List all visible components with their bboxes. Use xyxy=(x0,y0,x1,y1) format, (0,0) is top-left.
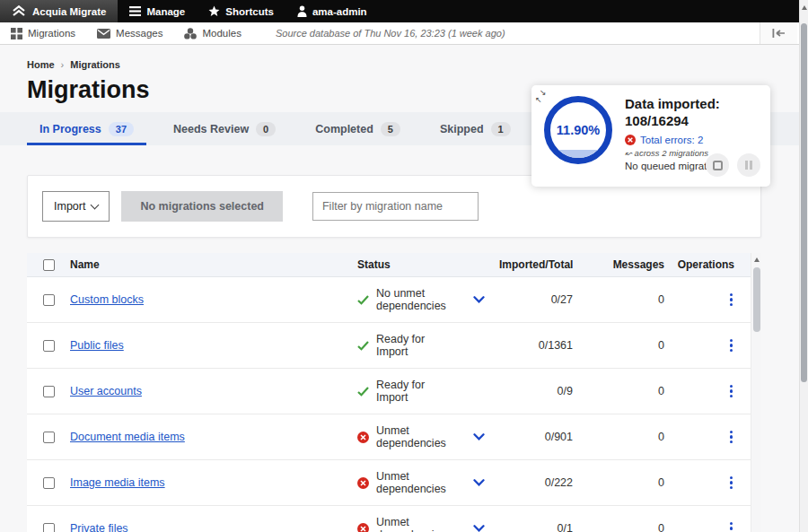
grid-icon xyxy=(11,28,22,39)
scrollbar-thumb[interactable] xyxy=(753,267,760,332)
stop-import-button[interactable] xyxy=(706,153,729,177)
tab-needs-review[interactable]: Needs Review 0 xyxy=(161,112,288,145)
scrollbar-thumb[interactable] xyxy=(801,23,807,382)
migration-filter-input[interactable] xyxy=(312,192,479,221)
tab-label: Completed xyxy=(315,123,373,135)
chevron-down-icon xyxy=(91,200,100,209)
row-checkbox[interactable] xyxy=(43,386,55,397)
tab-in-progress[interactable]: In Progress 37 xyxy=(27,112,146,145)
tab-count-badge: 1 xyxy=(491,122,511,136)
messages-label: Messages xyxy=(116,28,162,39)
toolbar-item-messages[interactable]: Messages xyxy=(86,28,173,39)
messages-count: 0 xyxy=(580,431,672,443)
tab-completed[interactable]: Completed 5 xyxy=(303,112,413,145)
expand-status-button[interactable] xyxy=(458,525,499,532)
expand-status-button[interactable] xyxy=(458,479,499,486)
migration-link[interactable]: Document media items xyxy=(70,431,185,443)
table-row: Image media items Unmet dependencies 0/2… xyxy=(27,460,751,506)
row-checkbox[interactable] xyxy=(43,294,55,306)
row-checkbox[interactable] xyxy=(43,432,55,443)
messages-count: 0 xyxy=(580,339,672,352)
select-all-checkbox[interactable] xyxy=(43,259,55,271)
star-icon xyxy=(208,5,220,17)
table-header-row: Name Status Imported/Total Messages Oper… xyxy=(27,253,751,277)
table-scrollbar[interactable] xyxy=(751,253,761,532)
row-checkbox[interactable] xyxy=(43,340,55,352)
migration-link[interactable]: Image media items xyxy=(70,476,165,489)
toolbar-item-migrations[interactable]: Migrations xyxy=(0,28,86,39)
chevron-down-icon xyxy=(473,433,485,440)
data-imported-heading: Data imported: 108/16294 xyxy=(625,96,726,130)
messages-count: 0 xyxy=(580,476,672,489)
status-label: Unmet dependencies xyxy=(376,424,458,449)
error-icon xyxy=(357,523,369,532)
progress-percent: 11.90% xyxy=(557,123,600,137)
check-icon xyxy=(357,295,369,305)
table-row: Document media items Unmet dependencies … xyxy=(27,414,751,460)
user-icon xyxy=(297,5,307,17)
imported-total-value: 0/1 xyxy=(499,522,580,532)
row-checkbox[interactable] xyxy=(43,523,55,532)
topbar-item-user[interactable]: ama-admin xyxy=(285,0,379,22)
column-header-messages: Messages xyxy=(580,258,672,271)
migrations-table: Name Status Imported/Total Messages Oper… xyxy=(27,253,761,532)
column-header-status: Status xyxy=(357,258,458,271)
total-errors-link[interactable]: Total errors: 2 xyxy=(625,135,726,145)
status-label: Unmet dependencies xyxy=(376,470,458,495)
stop-icon xyxy=(713,161,723,170)
operations-kebab-button[interactable] xyxy=(728,383,735,400)
breadcrumb: Home › Migrations xyxy=(0,45,799,70)
topbar-item-manage[interactable]: Manage xyxy=(118,0,197,22)
collapse-card-icon[interactable]: ↘ ↖ xyxy=(534,87,549,103)
imported-total-value: 0/1361 xyxy=(499,339,580,352)
table-row: Public files Ready for Import 0/1361 0 xyxy=(27,323,751,369)
operations-kebab-button[interactable] xyxy=(728,429,735,446)
check-icon xyxy=(357,341,369,351)
imported-total-value: 0/9 xyxy=(499,385,580,397)
migration-link[interactable]: Public files xyxy=(70,339,124,352)
table-row: Custom blocks No unmet dependencies 0/27… xyxy=(27,277,751,323)
operations-kebab-button[interactable] xyxy=(728,520,735,532)
imported-total-value: 0/222 xyxy=(499,476,580,489)
operations-kebab-button[interactable] xyxy=(728,337,735,354)
messages-count: 0 xyxy=(580,385,672,397)
progress-ring: 11.90% xyxy=(544,96,612,164)
toolbar-item-modules[interactable]: Modules xyxy=(173,28,251,39)
page-scrollbar[interactable] xyxy=(799,0,808,532)
tab-count-badge: 5 xyxy=(381,122,400,136)
brand-label: Acquia Migrate xyxy=(32,6,106,17)
scroll-up-arrow-icon[interactable] xyxy=(802,5,807,10)
shortcuts-label: Shortcuts xyxy=(225,6,274,17)
breadcrumb-home-link[interactable]: Home xyxy=(27,59,55,70)
collapse-toolbar-button[interactable] xyxy=(760,22,797,44)
breadcrumb-separator: › xyxy=(61,59,65,70)
migration-link[interactable]: User accounts xyxy=(70,385,142,397)
scroll-up-arrow-icon[interactable] xyxy=(754,257,760,262)
migration-link[interactable]: Custom blocks xyxy=(70,293,144,306)
pause-import-button[interactable] xyxy=(737,153,760,177)
modules-label: Modules xyxy=(202,28,241,39)
expand-status-button[interactable] xyxy=(458,433,499,440)
row-checkbox[interactable] xyxy=(43,477,55,489)
modules-icon xyxy=(184,28,197,39)
tab-label: Needs Review xyxy=(173,123,249,135)
operations-kebab-button[interactable] xyxy=(728,292,735,309)
operations-kebab-button[interactable] xyxy=(728,475,735,492)
import-dropdown-button[interactable]: Import xyxy=(42,191,110,222)
no-migrations-selected-button: No migrations selected xyxy=(121,191,283,222)
tab-skipped[interactable]: Skipped 1 xyxy=(427,112,523,145)
module-toolbar: Migrations Messages Modules Source datab… xyxy=(0,22,799,45)
hamburger-icon xyxy=(129,6,141,16)
expand-status-button[interactable] xyxy=(458,296,499,303)
acquia-migrate-brand[interactable]: Acquia Migrate xyxy=(0,0,118,22)
tab-label: Skipped xyxy=(440,123,484,135)
topbar-item-shortcuts[interactable]: Shortcuts xyxy=(197,0,285,22)
acquia-logo-icon xyxy=(12,5,26,17)
tab-label: In Progress xyxy=(40,123,101,135)
data-imported-count: 108/16294 xyxy=(625,113,726,130)
username-label: ama-admin xyxy=(312,6,367,17)
pause-icon xyxy=(745,161,753,170)
column-header-name: Name xyxy=(70,258,357,271)
migration-link[interactable]: Private files xyxy=(70,522,128,532)
admin-topbar: Acquia Migrate Manage Shortcuts ama-admi… xyxy=(0,0,799,22)
